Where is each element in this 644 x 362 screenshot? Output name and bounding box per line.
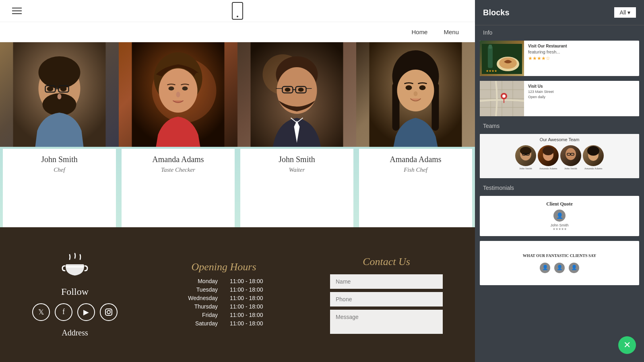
nav-menu[interactable]: Menu xyxy=(444,29,459,35)
sidebar-block-food-image: ★★★★ xyxy=(480,41,524,76)
preview-face-3 xyxy=(560,145,581,166)
sidebar-info-2-line3: Open daily xyxy=(528,95,635,99)
nav-home[interactable]: Home xyxy=(411,29,427,35)
svg-point-15 xyxy=(182,86,188,90)
svg-point-33 xyxy=(397,70,434,111)
contact-phone-input[interactable] xyxy=(330,292,443,306)
team-card-name-john-waiter: John Smith xyxy=(244,155,349,164)
close-sidebar-button[interactable]: ✕ xyxy=(618,336,636,354)
team-section: John Smith Chef xyxy=(0,42,475,227)
contact-title: Contact Us xyxy=(330,256,443,268)
hours-time: 11:00 - 18:00 xyxy=(230,320,270,327)
facebook-icon[interactable]: f xyxy=(55,303,72,321)
team-card-name-amanda-taste: Amanda Adams xyxy=(126,155,230,164)
team-card-amanda-taste[interactable]: Amanda Adams Taste Checker xyxy=(119,42,237,227)
svg-point-16 xyxy=(176,92,180,97)
svg-point-67 xyxy=(587,146,599,156)
contact-message-input[interactable] xyxy=(330,310,443,334)
team-card-photo-john-waiter xyxy=(237,42,356,147)
footer-follow-section: Follow 𝕏 f ▶ Address xyxy=(32,252,118,337)
team-card-info-amanda-taste: Amanda Adams Taste Checker xyxy=(122,149,234,227)
svg-point-14 xyxy=(169,86,174,90)
svg-rect-37 xyxy=(66,264,84,267)
team-card-role-john-waiter: Waiter xyxy=(244,167,349,173)
sidebar-info-label: Info xyxy=(475,25,644,38)
sidebar-block-info-2[interactable]: Visit Us 123 Main Street Open daily xyxy=(480,81,639,116)
svg-point-39 xyxy=(107,311,110,314)
sidebar-block-testimonials-1[interactable]: Client Quote 👤 John Smith ★★★★★ xyxy=(480,196,639,236)
preview-face-4 xyxy=(583,145,604,166)
svg-point-9 xyxy=(58,94,62,99)
hours-row: Saturday 11:00 - 18:00 xyxy=(178,320,270,327)
preview-face-label-3: John Smith xyxy=(564,167,577,170)
svg-rect-43 xyxy=(489,45,492,49)
opening-hours-title: Opening Hours xyxy=(178,261,270,273)
svg-point-35 xyxy=(419,85,426,90)
hamburger-menu[interactable] xyxy=(12,8,22,14)
opening-hours-section: Opening Hours Monday 11:00 - 18:00 Tuesd… xyxy=(178,261,270,329)
testimonials-avatar-1: 👤 xyxy=(553,210,566,222)
sidebar-block-testimonials-2[interactable]: WHAT OUR FANTASTIC CLIENTS SAY 👤 👤 👤 xyxy=(480,241,639,285)
testimonials-quote-2: WHAT OUR FANTASTIC CLIENTS SAY xyxy=(523,253,596,258)
team-card-john-waiter[interactable]: John Smith Waiter xyxy=(237,42,356,227)
youtube-icon[interactable]: ▶ xyxy=(77,303,95,321)
sidebar-block-teams[interactable]: Our Awesome Team John Smith xyxy=(480,134,639,178)
hours-row: Tuesday 11:00 - 18:00 xyxy=(178,286,270,293)
testimonials-preview-2: WHAT OUR FANTASTIC CLIENTS SAY 👤 👤 👤 xyxy=(480,241,639,285)
sidebar-block-info-2-text: Visit Us 123 Main Street Open daily xyxy=(524,81,639,116)
hours-day: Wednesday xyxy=(178,295,218,301)
team-card-name-john-chef: John Smith xyxy=(7,155,111,164)
sidebar-filter-button[interactable]: All ▾ xyxy=(614,7,636,18)
testimonials-multi-avatar-3: 👤 xyxy=(569,263,579,273)
hours-day: Saturday xyxy=(178,320,218,327)
team-card-role-amanda-fish: Fish Chef xyxy=(363,167,468,173)
svg-point-55 xyxy=(502,95,506,98)
sidebar: Blocks All ▾ Info ★★★★ xyxy=(475,0,644,362)
sidebar-info-2-line1: Visit Us xyxy=(528,84,635,88)
testimonials-multi-avatar-1: 👤 xyxy=(540,263,550,273)
svg-point-40 xyxy=(110,310,111,311)
sidebar-info-2-line2: 123 Main Street xyxy=(528,90,635,94)
preview-face-label-4: Amanda Adams xyxy=(584,167,603,170)
hours-time: 11:00 - 18:00 xyxy=(230,295,270,301)
team-card-info-amanda-fish: Amanda Adams Fish Chef xyxy=(359,149,472,227)
teams-preview-title: Our Awesome Team xyxy=(540,137,580,142)
team-card-photo-amanda-fish xyxy=(356,42,475,147)
follow-label: Follow xyxy=(61,286,89,297)
preview-face-2 xyxy=(538,145,559,166)
instagram-icon[interactable] xyxy=(100,303,118,321)
testimonials-avatars-2: 👤 👤 👤 xyxy=(540,263,579,273)
contact-section: Contact Us xyxy=(330,256,443,334)
team-card-john-chef[interactable]: John Smith Chef xyxy=(0,42,119,227)
testimonials-preview-1: Client Quote 👤 John Smith ★★★★★ xyxy=(480,196,639,236)
svg-point-26 xyxy=(285,88,291,92)
sidebar-block-info-1-inner: ★★★★ Visit Our Restaurant featuring fres… xyxy=(480,41,639,76)
preview-face-label-2: Amanda Adams xyxy=(539,167,557,170)
sidebar-block-info-1[interactable]: ★★★★ Visit Our Restaurant featuring fres… xyxy=(480,41,639,76)
restaurant-icon xyxy=(61,252,89,284)
svg-rect-42 xyxy=(488,46,493,68)
team-card-photo-amanda-taste xyxy=(119,42,237,147)
sidebar-info-1-line2: featuring fresh... xyxy=(528,49,635,54)
hours-time: 11:00 - 18:00 xyxy=(230,278,270,284)
hours-row: Wednesday 11:00 - 18:00 xyxy=(178,295,270,301)
teams-preview: Our Awesome Team John Smith xyxy=(480,134,639,178)
testimonials-quote-1: Client Quote xyxy=(546,201,573,207)
preview-face-label-1: John Smith xyxy=(519,167,532,170)
hours-row: Monday 11:00 - 18:00 xyxy=(178,278,270,284)
testimonials-stars-1: ★★★★★ xyxy=(553,227,567,231)
hours-table: Monday 11:00 - 18:00 Tuesday 11:00 - 18:… xyxy=(178,278,270,327)
testimonials-multi-avatar-2: 👤 xyxy=(554,263,565,273)
hours-day: Thursday xyxy=(178,303,218,310)
sidebar-title: Blocks xyxy=(483,8,510,17)
hours-day: Monday xyxy=(178,278,218,284)
svg-point-7 xyxy=(47,86,54,91)
teams-preview-inner: Our Awesome Team John Smith xyxy=(480,134,639,178)
sidebar-block-info-2-inner: Visit Us 123 Main Street Open daily xyxy=(480,81,639,116)
hours-day: Tuesday xyxy=(178,286,218,293)
svg-point-36 xyxy=(414,91,418,96)
twitter-icon[interactable]: 𝕏 xyxy=(32,303,50,321)
mobile-preview-icon[interactable] xyxy=(232,2,243,20)
team-card-amanda-fish[interactable]: Amanda Adams Fish Chef xyxy=(356,42,475,227)
contact-name-input[interactable] xyxy=(330,274,443,289)
